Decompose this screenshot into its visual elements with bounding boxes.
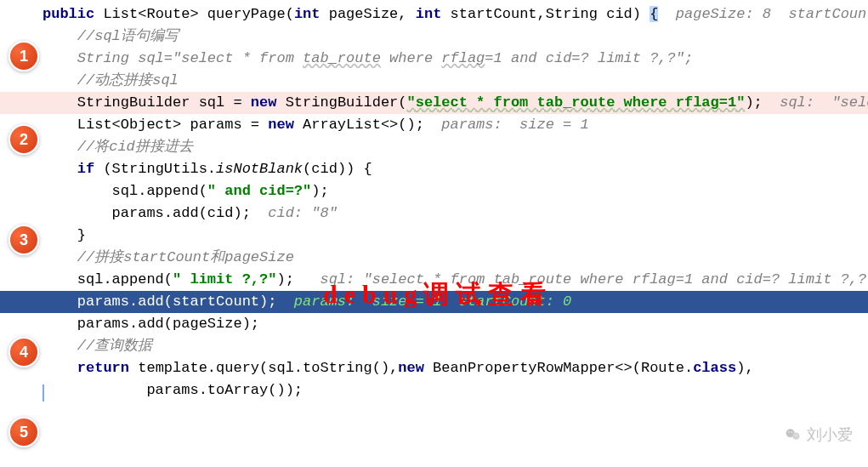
punct: ); [311, 183, 328, 199]
comment: String sql="select * from [43, 50, 303, 66]
brace-highlight: { [650, 6, 658, 22]
keyword: return [77, 360, 138, 376]
code-text: template.query(sql.toString(), [138, 360, 398, 376]
comment: //将cid拼接进去 [43, 139, 193, 155]
keyword: class [693, 360, 736, 376]
annotation-badge-5: 5 [9, 417, 39, 447]
code-text: (cid)) { [303, 161, 372, 177]
string-literal: " and cid=?" [207, 183, 311, 199]
comment: =1 and cid=? limit ?,?"; [485, 50, 693, 66]
code-text: BeanPropertyRowMapper<>(Route. [433, 360, 693, 376]
param: startCount, [451, 6, 546, 22]
param: String cid) [546, 6, 650, 22]
annotation-badge-1: 1 [9, 41, 39, 71]
inlay-hint: pageSize: 8 startCount: 0 [658, 6, 868, 22]
code-text: } [43, 227, 86, 243]
code-text: sql.append( [43, 271, 173, 288]
paren: ( [286, 6, 294, 22]
comment: where [381, 50, 441, 66]
code-line[interactable]: return template.query(sql.toString(),new… [0, 357, 868, 379]
svg-point-5 [797, 435, 797, 436]
string-literal: "select * from tab_route where rflag=1" [407, 94, 746, 111]
punct: ); [276, 271, 320, 288]
comment: //查询数据 [43, 338, 152, 354]
code-text: params.toArray()); [43, 382, 303, 398]
comment: tab_route [303, 50, 381, 66]
watermark-text: 刘小爱 [807, 424, 853, 445]
keyword: new [251, 94, 286, 111]
code-line[interactable]: List<Object> params = new ArrayList<>();… [0, 114, 868, 136]
code-line[interactable]: //动态拼接sql [0, 70, 868, 92]
code-text: params.add(pageSize); [43, 316, 259, 332]
svg-point-2 [788, 431, 790, 433]
code-line[interactable]: public List<Route> queryPage(int pageSiz… [0, 3, 868, 26]
code-line[interactable]: //将cid拼接进去 [0, 136, 868, 158]
annotation-badge-2: 2 [9, 124, 39, 155]
code-line[interactable]: String sql="select * from tab_route wher… [0, 48, 868, 70]
method-name: queryPage [207, 6, 286, 22]
keyword: new [398, 360, 433, 376]
comment: //拼接startCount和pageSize [43, 249, 294, 265]
code-line[interactable]: params.add(cid); cid: "8" [0, 202, 868, 225]
inlay-hint: sql: "selec [780, 94, 868, 111]
generic: <Route> [138, 6, 207, 22]
keyword: if [77, 161, 104, 177]
code-text: params.add(startCount); [43, 293, 294, 310]
code-line[interactable]: //查询数据 [0, 335, 868, 357]
code-line[interactable]: //拼接startCount和pageSize [0, 247, 868, 269]
ctor: StringBuilder( [286, 94, 407, 111]
code-line[interactable]: } [0, 225, 868, 247]
code-line[interactable]: params.toArray()); [0, 379, 868, 402]
wechat-icon [785, 426, 802, 443]
code-text: StringBuilder sql = [77, 94, 251, 111]
inlay-hint: cid: "8" [268, 205, 338, 221]
svg-point-1 [792, 433, 799, 440]
type: List [103, 6, 138, 22]
keyword: int [294, 6, 329, 22]
caret-icon [43, 384, 44, 402]
static-method: isNotBlank [216, 161, 303, 177]
comment: rflag [441, 50, 485, 66]
ctor: ArrayList<>(); [303, 117, 441, 133]
code-text: params.add(cid); [43, 205, 268, 221]
indent [43, 360, 77, 376]
punct: ); [745, 94, 780, 111]
code-line[interactable]: //sql语句编写 [0, 26, 868, 48]
comment: //动态拼接sql [43, 72, 179, 88]
param: pageSize, [329, 6, 416, 22]
code-line[interactable]: params.add(pageSize); [0, 313, 868, 335]
code-line-highlighted[interactable]: StringBuilder sql = new StringBuilder("s… [0, 92, 868, 114]
annotation-badge-4: 4 [9, 337, 39, 367]
string-literal: " limit ?,?" [173, 271, 276, 288]
code-text: ), [736, 360, 753, 376]
comment: //sql语句编写 [43, 28, 179, 44]
watermark: 刘小爱 [785, 424, 853, 445]
code-line[interactable]: if (StringUtils.isNotBlank(cid)) { [0, 158, 868, 180]
code-editor: 1 2 3 4 5 public List<Route> queryPage(i… [0, 0, 868, 402]
code-text: List<Object> params = [43, 117, 268, 133]
keyword: int [416, 6, 451, 22]
keyword: public [43, 6, 103, 22]
annotation-badge-3: 3 [9, 225, 39, 255]
code-text: sql.append( [43, 183, 207, 199]
annotation-title: debug调试查看 [323, 277, 553, 312]
keyword: new [268, 117, 303, 133]
svg-point-3 [791, 431, 793, 433]
code-text [43, 94, 77, 111]
code-line[interactable]: sql.append(" and cid=?"); [0, 180, 868, 202]
inlay-hint: params: size = 1 [441, 117, 588, 133]
code-text: (StringUtils. [103, 161, 216, 177]
indent [43, 161, 77, 177]
svg-point-4 [795, 435, 796, 436]
